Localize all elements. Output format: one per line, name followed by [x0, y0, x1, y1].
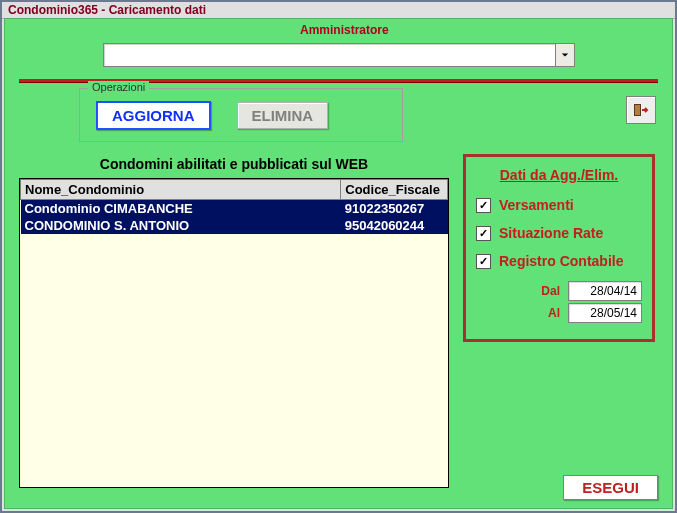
operations-row: Operazioni AGGIORNA ELIMINA	[5, 88, 672, 142]
footer: ESEGUI	[563, 475, 658, 500]
cell-name: Condominio CIMABANCHE	[21, 200, 341, 218]
app-window: Condominio365 - Caricamento dati Amminis…	[0, 0, 677, 513]
dati-box-title: Dati da Agg./Elim.	[476, 167, 642, 183]
cell-name: CONDOMINIO S. ANTONIO	[21, 217, 341, 234]
date-row-dal: Dal 28/04/14	[476, 281, 642, 301]
admin-label: Amministratore	[300, 23, 389, 37]
checkbox-versamenti[interactable]: ✓	[476, 198, 491, 213]
table-row[interactable]: Condominio CIMABANCHE 91022350267	[21, 200, 448, 218]
condomini-table[interactable]: Nome_Condominio Codice_Fiscale Condomini…	[20, 179, 448, 234]
window-title: Condominio365 - Caricamento dati	[8, 3, 206, 17]
date-row-al: Al 28/05/14	[476, 303, 642, 323]
check-row-situazione[interactable]: ✓ Situazione Rate	[476, 225, 642, 241]
svg-rect-1	[635, 105, 640, 115]
table-title: Condomini abilitati e pubblicati sul WEB	[19, 150, 449, 178]
client-area: Amministratore Operazioni AGGIORNA ELIMI…	[4, 18, 673, 509]
left-column: Condomini abilitati e pubblicati sul WEB…	[19, 150, 449, 488]
checkbox-label-situazione: Situazione Rate	[499, 225, 603, 241]
checkbox-registro[interactable]: ✓	[476, 254, 491, 269]
check-row-versamenti[interactable]: ✓ Versamenti	[476, 197, 642, 213]
admin-select[interactable]	[103, 43, 575, 67]
admin-select-value[interactable]	[104, 44, 555, 66]
operations-legend: Operazioni	[88, 81, 149, 93]
checkbox-situazione[interactable]: ✓	[476, 226, 491, 241]
window-titlebar: Condominio365 - Caricamento dati	[2, 2, 675, 19]
cell-cf: 95042060244	[341, 217, 448, 234]
table-row[interactable]: CONDOMINIO S. ANTONIO 95042060244	[21, 217, 448, 234]
col-header-name[interactable]: Nome_Condominio	[21, 180, 341, 200]
table-container: Nome_Condominio Codice_Fiscale Condomini…	[19, 178, 449, 488]
check-row-registro[interactable]: ✓ Registro Contabile	[476, 253, 642, 269]
admin-bar: Amministratore	[5, 19, 672, 73]
admin-select-dropdown-button[interactable]	[555, 44, 574, 66]
cell-cf: 91022350267	[341, 200, 448, 218]
dati-box: Dati da Agg./Elim. ✓ Versamenti ✓ Situaz…	[463, 154, 655, 342]
main-row: Condomini abilitati e pubblicati sul WEB…	[5, 142, 672, 488]
exit-door-icon	[633, 103, 649, 117]
chevron-down-icon	[561, 51, 569, 59]
operations-fieldset: Operazioni AGGIORNA ELIMINA	[79, 88, 403, 142]
aggiorna-button[interactable]: AGGIORNA	[96, 101, 211, 130]
date-label-al: Al	[532, 306, 560, 320]
checkbox-label-versamenti: Versamenti	[499, 197, 574, 213]
elimina-button[interactable]: ELIMINA	[237, 102, 329, 129]
date-range: Dal 28/04/14 Al 28/05/14	[476, 281, 642, 323]
exit-button[interactable]	[626, 96, 656, 124]
esegui-button[interactable]: ESEGUI	[563, 475, 658, 500]
checkbox-label-registro: Registro Contabile	[499, 253, 623, 269]
date-label-dal: Dal	[532, 284, 560, 298]
date-input-dal[interactable]: 28/04/14	[568, 281, 642, 301]
col-header-cf[interactable]: Codice_Fiscale	[341, 180, 448, 200]
date-input-al[interactable]: 28/05/14	[568, 303, 642, 323]
